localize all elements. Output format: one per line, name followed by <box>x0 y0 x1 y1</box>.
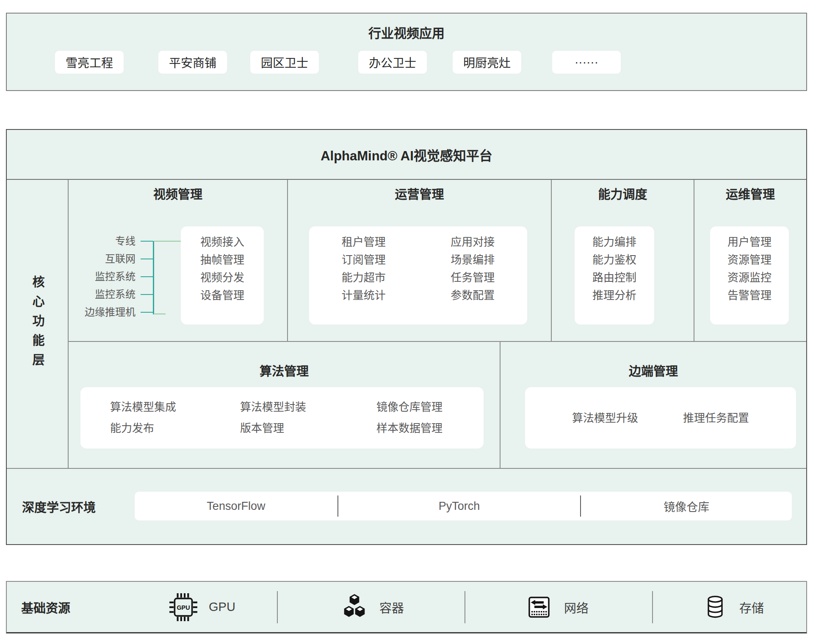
function-item: 资源监控 <box>710 269 789 286</box>
video-mgmt-function-box: 视频接入 抽帧管理 视频分发 设备管理 <box>181 226 264 325</box>
function-item: 能力超市 <box>309 269 418 286</box>
app-chip-pingan: 平安商铺 <box>158 51 227 74</box>
function-item: 能力鉴权 <box>575 251 654 269</box>
edge-mgmt-title: 边端管理 <box>501 362 806 381</box>
function-item: 能力编排 <box>575 233 654 251</box>
om-mgmt-title: 运维管理 <box>694 185 806 204</box>
ops-col-1: 租户管理 订阅管理 能力超市 计量统计 <box>309 233 418 325</box>
video-source: 监控系统 <box>69 268 139 286</box>
app-chip-bangong: 办公卫士 <box>358 51 427 74</box>
core-function-layer: 核心功能层 视频管理 专线 互联网 监控系统 监控系统 边缘推理机 <box>7 180 806 469</box>
section-ops-mgmt: 运营管理 租户管理 订阅管理 能力超市 计量统计 应用对接 场景编排 任务管理 <box>288 180 552 341</box>
function-item: 设备管理 <box>181 286 264 304</box>
app-chip-ellipsis: ······ <box>552 51 621 74</box>
resource-label: 容器 <box>379 598 404 616</box>
dl-env-tensorflow: TensorFlow <box>135 492 337 520</box>
dl-env-row: 深度学习环境 TensorFlow PyTorch 镜像仓库 <box>7 469 806 544</box>
function-item: 算法模型集成 <box>110 396 240 418</box>
app-chip-xueliang: 雪亮工程 <box>55 51 124 74</box>
video-source: 边缘推理机 <box>69 303 139 321</box>
resource-label: GPU <box>209 600 235 614</box>
algo-col-3: 镜像仓库管理 样本数据管理 <box>376 396 484 449</box>
capability-scheduling-title: 能力调度 <box>552 185 694 204</box>
platform-panel: AlphaMind® AI视觉感知平台 核心功能层 视频管理 专线 互联网 监控… <box>6 129 807 545</box>
resource-gpu: GPU GPU <box>169 582 235 632</box>
base-resources-label: 基础资源 <box>21 582 70 632</box>
function-item: 租户管理 <box>309 233 418 251</box>
divider <box>277 591 278 623</box>
storage-database-icon <box>702 593 728 621</box>
dl-env-bar: TensorFlow PyTorch 镜像仓库 <box>135 492 792 520</box>
function-item: 算法模型封装 <box>240 396 376 418</box>
om-mgmt-box: 用户管理 资源管理 资源监控 告警管理 <box>710 226 789 325</box>
function-item: 订阅管理 <box>309 251 418 269</box>
function-item: 算法模型升级 <box>572 412 638 424</box>
video-source: 互联网 <box>69 250 139 268</box>
function-item: 参数配置 <box>418 286 528 304</box>
edge-mgmt-box: 算法模型升级 推理任务配置 <box>525 387 796 449</box>
section-algorithm-mgmt: 算法管理 算法模型集成 能力发布 算法模型封装 版本管理 镜像仓库管理 样本数据 <box>69 342 501 468</box>
resource-label: 存储 <box>739 598 764 616</box>
core-row-2: 算法管理 算法模型集成 能力发布 算法模型封装 版本管理 镜像仓库管理 样本数据 <box>69 342 806 468</box>
containers-icon <box>340 593 368 621</box>
function-item: 抽帧管理 <box>181 251 264 269</box>
platform-title: AlphaMind® AI视觉感知平台 <box>7 130 806 180</box>
function-item: 路由控制 <box>575 269 654 286</box>
dl-env-label: 深度学习环境 <box>7 498 96 515</box>
architecture-diagram: { "colors": { "mint_bg": "#e8f2ee", "tea… <box>0 0 813 644</box>
ops-mgmt-title: 运营管理 <box>288 185 551 204</box>
function-item: 资源管理 <box>710 251 789 269</box>
algorithm-mgmt-box: 算法模型集成 能力发布 算法模型封装 版本管理 镜像仓库管理 样本数据管理 <box>80 387 484 449</box>
section-edge-mgmt: 边端管理 算法模型升级 推理任务配置 <box>501 342 806 468</box>
function-item: 场景编排 <box>418 251 528 269</box>
core-row-1: 视频管理 专线 互联网 监控系统 监控系统 边缘推理机 <box>69 180 806 342</box>
connector-line <box>141 259 153 259</box>
function-item: 告警管理 <box>710 286 789 304</box>
section-om-mgmt: 运维管理 用户管理 资源管理 资源监控 告警管理 <box>694 180 806 341</box>
capability-scheduling-box: 能力编排 能力鉴权 路由控制 推理分析 <box>575 226 654 325</box>
gpu-chip-icon: GPU <box>169 593 198 622</box>
function-item: 用户管理 <box>710 233 789 251</box>
ops-mgmt-function-box: 租户管理 订阅管理 能力超市 计量统计 应用对接 场景编排 任务管理 参数配置 <box>309 226 527 325</box>
core-layer-label: 核心功能层 <box>28 275 46 373</box>
resource-label: 网络 <box>564 598 589 616</box>
function-item: 推理任务配置 <box>683 412 749 424</box>
resource-storage: 存储 <box>702 582 764 632</box>
app-chip-yuanqu: 园区卫士 <box>250 51 319 74</box>
industry-apps-panel: 行业视频应用 雪亮工程 平安商铺 园区卫士 办公卫士 明厨亮灶 ······ <box>6 13 807 91</box>
function-item: 视频接入 <box>181 233 264 251</box>
video-source: 专线 <box>69 232 139 250</box>
function-item: 计量统计 <box>309 286 418 304</box>
connector-line <box>141 294 153 295</box>
function-item: 样本数据管理 <box>376 418 484 439</box>
connector-trunk-line <box>153 241 154 314</box>
algo-col-2: 算法模型封装 版本管理 <box>240 396 376 449</box>
video-source-list: 专线 互联网 监控系统 监控系统 边缘推理机 <box>69 232 139 321</box>
connector-line <box>141 241 153 242</box>
function-item: 能力发布 <box>110 418 240 439</box>
function-item: 推理分析 <box>575 286 654 304</box>
video-source: 监控系统 <box>69 286 139 303</box>
connector-line <box>154 241 181 242</box>
divider <box>465 591 465 623</box>
dl-env-image-repo: 镜像仓库 <box>581 492 792 520</box>
network-switch-icon <box>525 593 553 621</box>
divider <box>652 591 653 623</box>
function-item: 版本管理 <box>240 418 376 439</box>
resource-container: 容器 <box>340 582 404 632</box>
ops-col-2: 应用对接 场景编排 任务管理 参数配置 <box>418 233 528 325</box>
algorithm-mgmt-title: 算法管理 <box>69 362 500 381</box>
dl-env-pytorch: PyTorch <box>338 492 581 520</box>
function-item: 镜像仓库管理 <box>376 396 484 418</box>
connector-line <box>141 312 153 313</box>
function-item: 视频分发 <box>181 269 264 286</box>
industry-apps-title: 行业视频应用 <box>7 25 806 42</box>
connector-line <box>154 314 166 314</box>
video-mgmt-title: 视频管理 <box>69 185 287 204</box>
base-resources-panel: 基础资源 GPU GPU <box>6 581 807 633</box>
resource-network: 网络 <box>525 582 589 632</box>
svg-text:GPU: GPU <box>177 604 190 611</box>
function-item: 任务管理 <box>418 269 528 286</box>
function-item: 应用对接 <box>418 233 528 251</box>
core-main-grid: 视频管理 专线 互联网 监控系统 监控系统 边缘推理机 <box>69 180 806 468</box>
